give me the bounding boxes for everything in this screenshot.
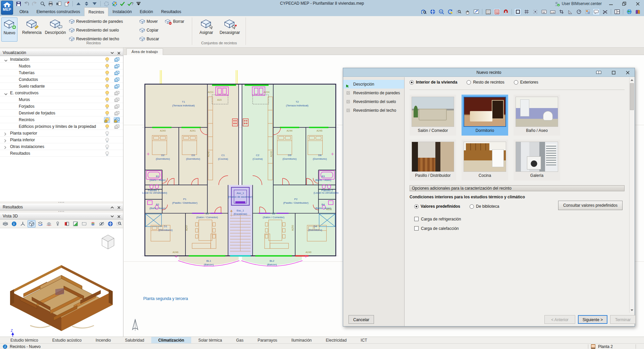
move-up-icon[interactable]: [75, 1, 82, 7]
workspace-tab[interactable]: Área de trabajo: [126, 48, 163, 55]
visibility-bulb-icon[interactable]: [104, 151, 110, 156]
menu-tab-elementos-constructivos[interactable]: Elementos constructivos: [33, 7, 84, 16]
module-tab-solar-t-rmica[interactable]: Solar térmica: [191, 337, 229, 344]
dialog-nav-revestimiento-de-paredes[interactable]: Revestimiento de paredes: [343, 89, 404, 97]
radio-exteriores[interactable]: Exteriores: [514, 80, 538, 85]
config-color-icon[interactable]: [111, 1, 117, 7]
module-tab-incendio[interactable]: Incendio: [89, 337, 118, 344]
desasignar-button[interactable]: Desasignar: [219, 17, 241, 42]
asignar-button[interactable]: Asignar: [195, 17, 217, 42]
cancel-button[interactable]: Cancelar: [348, 315, 374, 324]
module-tab-estudio-t-rmico[interactable]: Estudio térmico: [3, 337, 45, 344]
axes-icon[interactable]: [19, 220, 26, 228]
full-screen-icon[interactable]: [473, 8, 480, 15]
menu-tab-instalación[interactable]: Instalación: [108, 7, 136, 16]
zoom-x2-icon[interactable]: x2: [438, 8, 445, 15]
undo-icon[interactable]: [23, 1, 30, 7]
visibility-bulb-icon[interactable]: [104, 110, 110, 116]
app-logo[interactable]: MEP: [1, 1, 13, 15]
revestimiento-button-0[interactable]: Revestimiento de paredes: [69, 18, 123, 25]
menu-tab-resultados[interactable]: Resultados: [157, 7, 185, 16]
comment-icon[interactable]: [593, 8, 600, 15]
dialog-nav-revestimiento-del-suelo[interactable]: Revestimiento del suelo: [343, 97, 404, 106]
info-icon[interactable]: i: [10, 220, 18, 228]
nuevo-button[interactable]: Nuevo: [1, 17, 17, 42]
close-panel-icon[interactable]: [116, 205, 121, 210]
move-down-icon[interactable]: [92, 1, 98, 7]
visibility-bulb-icon[interactable]: [104, 137, 110, 143]
visibility-bulb-icon[interactable]: [104, 70, 110, 76]
tree-item-recintos[interactable]: Recintos: [0, 116, 123, 123]
hide-elements-icon[interactable]: [98, 220, 106, 228]
check-query-icon[interactable]: ?: [127, 1, 133, 7]
tree-item-planta-superior[interactable]: Planta superior: [0, 130, 123, 137]
panel-resize-handle[interactable]: ••••: [0, 210, 123, 213]
close-panel-icon[interactable]: [116, 214, 121, 219]
tree-item-conductos[interactable]: Conductos: [0, 76, 123, 83]
tree-item-planta-inferior[interactable]: Planta inferior: [0, 137, 123, 143]
pan-icon[interactable]: [464, 8, 471, 15]
tree-item-edificios-pr-ximos-y-l-mites-de-la-propiedad[interactable]: Edificios próximos y límites de la propi…: [0, 123, 123, 130]
collapse-panel-icon[interactable]: [110, 214, 114, 219]
tree-item-resultados[interactable]: Resultados: [0, 150, 123, 157]
keyboard-entry-icon[interactable]: [540, 8, 547, 15]
radio-interior-de-la-vivienda[interactable]: Interior de la vivienda: [410, 80, 457, 85]
layers-locked-icon[interactable]: [114, 117, 120, 123]
module-tab-pararrayos[interactable]: Pararrayos: [251, 337, 284, 344]
layers-icon[interactable]: [114, 90, 120, 96]
snap-point-icon[interactable]: [532, 8, 539, 15]
mover-button[interactable]: Mover: [140, 18, 158, 25]
dialog-nav-revestimiento-del-techo[interactable]: Revestimiento del techo: [343, 106, 404, 115]
minimize-button[interactable]: [606, 1, 615, 7]
radio-resto-de-recintos[interactable]: Resto de recintos: [467, 80, 504, 85]
room-card-bano[interactable]: Baño / Aseo: [514, 95, 560, 136]
tree-item-desnivel-de-forjados[interactable]: Desnivel de forjados: [0, 110, 123, 116]
current-floor[interactable]: Planta 2: [598, 344, 613, 349]
descripcion-button[interactable]: Descripción: [44, 17, 66, 42]
room-card-pasillo[interactable]: Pasillo / Distribuidor: [410, 140, 456, 181]
print-icon[interactable]: [48, 1, 54, 7]
config-gray-icon[interactable]: [103, 1, 109, 7]
search-icon[interactable]: [40, 1, 46, 7]
dialog-maximize-icon[interactable]: [610, 69, 617, 76]
layers-icon[interactable]: [114, 70, 120, 76]
module-tab-gas[interactable]: Gas: [229, 337, 251, 344]
module-tab-iluminaci-n[interactable]: Iluminación: [284, 337, 319, 344]
scroll-down-icon[interactable]: [630, 308, 634, 313]
visibility-bulb-icon[interactable]: [104, 77, 110, 83]
collapse-panel-icon[interactable]: [110, 51, 114, 55]
crop-icon[interactable]: [558, 8, 565, 15]
check-icon[interactable]: [119, 1, 125, 7]
referencia-button[interactable]: Referencia: [21, 17, 43, 42]
visibility-bulb-icon[interactable]: [104, 131, 110, 136]
user-account[interactable]: User BIMserver.center: [554, 1, 602, 6]
redo-icon[interactable]: [32, 1, 38, 7]
layers-icon[interactable]: [114, 63, 120, 69]
dialog-help-icon[interactable]: [595, 69, 602, 76]
dialog-scrollbar[interactable]: [629, 78, 634, 313]
borrar-button[interactable]: Borrar: [165, 18, 184, 25]
layers-icon[interactable]: [114, 57, 120, 62]
checkbox-carga-de-calefacci-n[interactable]: Carga de calefacción: [414, 226, 625, 231]
filter-icon[interactable]: [136, 1, 142, 7]
checkbox-carga-de-refrigeraci-n[interactable]: Carga de refrigeración: [414, 217, 625, 221]
tree-item-otras-instalaciones[interactable]: Otras instalaciones: [0, 143, 123, 150]
scroll-thumb[interactable]: [630, 83, 634, 110]
menu-tab-edición[interactable]: Edición: [136, 7, 157, 16]
revestimiento-button-1[interactable]: Revestimiento del suelo: [69, 27, 119, 34]
module-tab-climatizaci-n[interactable]: Climatización: [151, 337, 191, 344]
dxf-layers-icon[interactable]: DWG: [493, 8, 500, 15]
print-preview-icon[interactable]: [56, 1, 62, 7]
zoom-window-icon[interactable]: [455, 8, 462, 15]
tree-item-tuber-as[interactable]: Tuberías: [0, 69, 123, 76]
consult-values-button[interactable]: Consultar valores predefinidos: [558, 201, 623, 210]
tree-item-muros[interactable]: Muros: [0, 96, 123, 103]
close-button[interactable]: [633, 1, 642, 7]
visibility-bulb-icon[interactable]: [104, 63, 110, 69]
export-icon[interactable]: [64, 1, 70, 7]
room-card-dorm[interactable]: Dormitorio: [462, 95, 508, 136]
visibility-bulb-icon[interactable]: [104, 90, 110, 96]
selection-set-icon[interactable]: [584, 8, 591, 15]
import-dxf-icon[interactable]: DXFDWG: [485, 8, 492, 15]
zoom-previous-icon[interactable]: [420, 8, 427, 15]
